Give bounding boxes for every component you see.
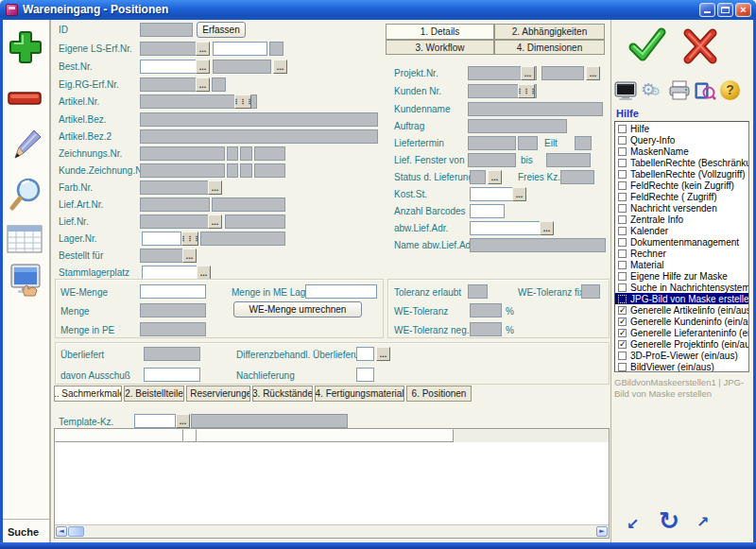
best-nr-pos-lookup-button[interactable]: ... xyxy=(273,60,287,74)
status-d-lieferung-lookup-button[interactable]: ... xyxy=(488,170,502,184)
eig-rg-erf-nr-lookup-button[interactable]: ... xyxy=(196,77,210,92)
horizontal-scrollbar[interactable]: ◄ ► xyxy=(55,524,609,538)
abw-lief-adr-input[interactable] xyxy=(470,221,541,235)
minimize-button[interactable] xyxy=(699,3,715,17)
checkbox-icon[interactable] xyxy=(618,261,627,269)
option-generelle-lieferanteninfo[interactable]: ✓Generelle Lieferanteninfo (ein/aus) xyxy=(615,327,748,338)
screen-view-button[interactable] xyxy=(614,81,637,105)
cancel-button[interactable] xyxy=(679,25,720,70)
checkbox-icon[interactable] xyxy=(618,159,627,167)
close-button[interactable]: × xyxy=(735,3,751,17)
stammlagerplatz-lookup-button[interactable]: ... xyxy=(197,266,211,280)
maximize-button[interactable] xyxy=(717,3,733,17)
scrollbar-thumb[interactable] xyxy=(68,526,84,537)
edit-button[interactable] xyxy=(8,127,43,166)
checkbox-icon[interactable] xyxy=(618,249,627,258)
checkbox-icon[interactable] xyxy=(618,352,627,360)
table-header-cell-2[interactable] xyxy=(183,429,197,442)
differenzbehandl-lookup-button[interactable]: ... xyxy=(376,347,390,361)
checkbox-icon[interactable] xyxy=(618,193,627,201)
checkbox-icon[interactable]: ✓ xyxy=(618,306,627,315)
lager-nr-input[interactable] xyxy=(142,232,181,246)
scroll-right-button[interactable]: ► xyxy=(596,526,608,537)
differenzbehandl-input[interactable] xyxy=(356,347,374,361)
tab-abhaengigkeiten[interactable]: 2. Abhängigkeiten xyxy=(494,24,605,40)
template-kz-input[interactable] xyxy=(134,414,176,428)
kunden-nr-grid-lookup-button[interactable]: ⋮⋮⋮ xyxy=(518,84,535,98)
select-mask-button[interactable] xyxy=(6,263,45,302)
best-nr-lookup-button[interactable]: ... xyxy=(196,60,210,74)
document-search-button[interactable] xyxy=(694,80,716,105)
tab-beistellteile[interactable]: 2. Beistellteile xyxy=(124,386,184,402)
option-tabellenrechte-vollzugriff[interactable]: TabellenRechte (Vollzugriff) xyxy=(615,168,748,180)
title-bar[interactable]: Wareneingang - Positionen × xyxy=(0,0,756,20)
option-rechner[interactable]: Rechner xyxy=(615,248,748,259)
checkbox-icon[interactable] xyxy=(618,215,627,224)
option-bildviewer[interactable]: BildViewer (ein/aus) xyxy=(615,361,748,372)
option-material[interactable]: Material xyxy=(615,259,748,270)
delete-button[interactable] xyxy=(8,91,42,110)
checkbox-icon[interactable]: ✓ xyxy=(618,317,627,326)
option-feldrechte-zugriff[interactable]: FeldRechte ( Zugriff) xyxy=(615,191,748,202)
list-view-button[interactable] xyxy=(7,225,43,257)
print-button[interactable] xyxy=(668,80,691,105)
checkbox-icon[interactable] xyxy=(618,147,627,156)
checkbox-icon[interactable] xyxy=(618,170,627,179)
tab-details[interactable]: 1. Details xyxy=(386,24,494,40)
navigate-forward-button[interactable]: ↗ xyxy=(696,513,709,531)
option-hilfe[interactable]: Hilfe xyxy=(615,123,748,134)
table-header-cell-3[interactable] xyxy=(197,429,454,442)
navigate-back-button[interactable]: ↙ xyxy=(627,515,639,533)
tab-dimensionen[interactable]: 4. Dimensionen xyxy=(494,40,605,55)
confirm-button[interactable] xyxy=(626,25,667,70)
abw-lief-adr-lookup-button[interactable]: ... xyxy=(540,221,554,235)
farb-nr-lookup-button[interactable]: ... xyxy=(208,180,222,195)
option-3d-proe-viewer[interactable]: 3D-ProE-Viewer (ein/aus) xyxy=(615,350,748,361)
option-query-info[interactable]: Query-Info xyxy=(615,134,748,146)
anzahl-barcodes-input[interactable] xyxy=(470,204,505,218)
checkbox-icon[interactable] xyxy=(618,238,627,247)
checkbox-icon[interactable]: ✓ xyxy=(618,340,627,349)
help-button[interactable]: ? xyxy=(720,80,740,100)
tab-reservierungen[interactable]: 3. Reservierungen xyxy=(186,386,250,402)
lager-nr-grid-lookup-button[interactable]: ⋮⋮⋮ xyxy=(181,232,198,246)
option-suche-nachrichtensystem[interactable]: Suche in Nachrichtensystem speich xyxy=(615,282,748,293)
checkbox-icon[interactable] xyxy=(618,204,627,213)
tab-fertigungsmaterial[interactable]: 4. Fertigungsmaterial xyxy=(315,386,404,402)
tab-sachmerkmale[interactable]: 1. Sachmerkmale xyxy=(54,386,122,402)
option-generelle-artikelinfo[interactable]: ✓Generelle Artikelinfo (ein/aus) xyxy=(615,304,748,316)
davon-ausschuss-input[interactable] xyxy=(144,368,200,382)
option-eigene-hilfe-zur-maske[interactable]: Eigene Hilfe zur Maske xyxy=(615,270,748,282)
scroll-left-button[interactable]: ◄ xyxy=(56,526,67,537)
kost-st-input[interactable] xyxy=(470,187,514,201)
checkbox-icon[interactable]: ✓ xyxy=(618,329,627,337)
add-button[interactable] xyxy=(7,28,44,70)
option-maskenname[interactable]: MaskenName xyxy=(615,146,748,157)
lief-nr-lookup-button[interactable]: ... xyxy=(208,214,222,229)
eigene-ls-erf-nr-input[interactable] xyxy=(213,42,267,56)
checkbox-icon[interactable] xyxy=(618,125,627,133)
tab-workflow[interactable]: 3. Workflow xyxy=(386,40,494,55)
projekt-nr-lookup-button[interactable]: ... xyxy=(521,66,535,80)
artikel-nr-grid-lookup-button[interactable]: ⋮⋮⋮ xyxy=(234,94,251,109)
option-kalender[interactable]: Kalender xyxy=(615,225,748,236)
checkbox-icon[interactable] xyxy=(618,283,627,292)
erfassen-button[interactable]: Erfassen xyxy=(197,22,246,38)
tab-positionen[interactable]: 6. Positionen xyxy=(406,386,472,402)
we-menge-input[interactable] xyxy=(140,284,206,299)
option-feldrechte-kein-zugriff[interactable]: FeldRechte (kein Zugriff) xyxy=(615,180,748,191)
kost-st-lookup-button[interactable]: ... xyxy=(512,187,526,201)
checkbox-icon[interactable] xyxy=(618,295,627,303)
eigene-ls-erf-nr-lookup-button[interactable]: ... xyxy=(196,42,210,56)
tab-rueckstaende[interactable]: 3. Rückstände xyxy=(252,386,313,402)
checkbox-icon[interactable] xyxy=(618,227,627,235)
nachlieferung-input[interactable] xyxy=(356,368,374,382)
option-jpg-bild-von-maske[interactable]: JPG-Bild von Maske erstellen xyxy=(615,293,748,304)
checkbox-icon[interactable] xyxy=(618,363,627,371)
checkbox-icon[interactable] xyxy=(618,272,627,281)
option-generelle-projektinfo[interactable]: ✓Generelle Projektinfo (ein/aus) xyxy=(615,338,748,350)
bestellt-fuer-lookup-button[interactable]: ... xyxy=(182,249,197,263)
we-menge-umrechnen-button[interactable]: WE-Menge umrechnen xyxy=(233,301,362,317)
checkbox-icon[interactable] xyxy=(618,181,627,190)
search-button[interactable] xyxy=(8,176,43,215)
